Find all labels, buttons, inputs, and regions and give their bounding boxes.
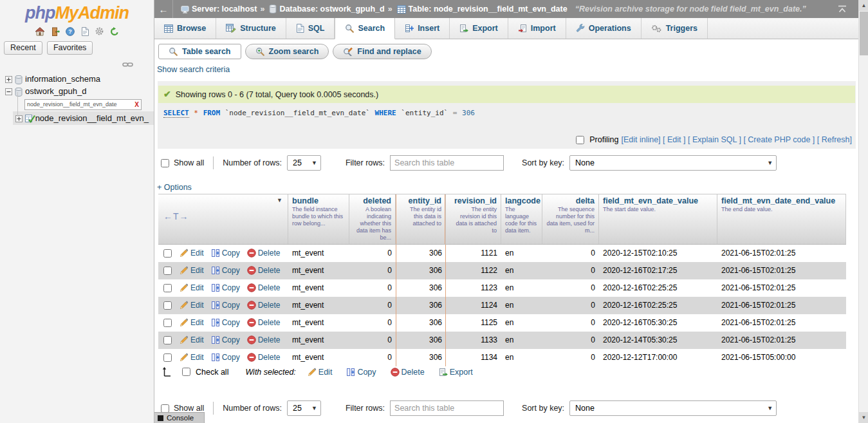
subtab-table-search[interactable]: Table search (158, 44, 241, 59)
column-header-bundle[interactable]: bundleThe field instance bundle to which… (288, 194, 349, 244)
filter-rows-input[interactable] (390, 155, 504, 171)
collapse-topmenu-icon[interactable] (838, 5, 847, 13)
edit-row-link[interactable]: Edit (180, 283, 204, 292)
delete-row-link[interactable]: Delete (247, 335, 281, 344)
row-checkbox[interactable] (163, 284, 172, 292)
favorites-button[interactable]: Favorites (47, 41, 93, 55)
check-all-label[interactable]: Check all (196, 368, 228, 377)
edit-row-link[interactable]: Edit (180, 301, 204, 310)
column-name[interactable]: field_mt_evn_date_end_value (721, 196, 842, 205)
copy-row-link[interactable]: Copy (211, 249, 240, 258)
vertical-scrollbar[interactable]: ▲ ▼ (858, 0, 868, 423)
row-checkbox[interactable] (163, 319, 172, 327)
delete-row-link[interactable]: Delete (247, 249, 281, 258)
number-of-rows-select[interactable]: 25▼ (287, 155, 321, 171)
options-link[interactable]: + Options (157, 183, 192, 192)
tree-item-ostwork-gpuh-d[interactable]: ostwork_gpuh_d (0, 85, 154, 97)
tab-import[interactable]: Import (508, 18, 566, 39)
row-checkbox[interactable] (163, 336, 172, 344)
profiling-checkbox[interactable] (576, 136, 584, 144)
sort-by-key-select[interactable]: None▼ (569, 155, 777, 171)
query-action-link[interactable]: [ Explain SQL ] (688, 135, 741, 144)
delete-row-link[interactable]: Delete (247, 353, 281, 362)
selected-table-label[interactable]: node_revision__field_mt_evn_ (35, 113, 149, 123)
tree-item-label[interactable]: ostwork_gpuh_d (25, 86, 86, 96)
column-header-field-mt-evn-date-end-value[interactable]: field_mt_evn_date_end_valueThe end date … (717, 194, 846, 244)
column-header-delta[interactable]: deltaThe sequence number for this data i… (542, 194, 599, 244)
tab-sql[interactable]: SQL (286, 18, 335, 39)
number-of-rows-select[interactable]: 25▼ (287, 400, 321, 416)
row-checkbox[interactable] (163, 353, 172, 362)
tree-item-information-schema[interactable]: information_schema (0, 73, 154, 85)
help-icon[interactable]: ? (66, 27, 75, 36)
collapse-icon[interactable] (5, 88, 12, 95)
delete-row-link[interactable]: Delete (247, 266, 281, 275)
scroll-up-icon[interactable]: ▲ (859, 0, 868, 11)
selected-copy-button[interactable]: Copy (346, 368, 376, 377)
column-name[interactable]: langcode (505, 196, 538, 205)
column-name[interactable]: revision_id (450, 196, 497, 205)
delete-row-link[interactable]: Delete (247, 318, 281, 327)
breadcrumb-database[interactable]: Database: ostwork_gpuh_d (279, 5, 384, 14)
selected-delete-button[interactable]: Delete (391, 368, 425, 377)
column-name[interactable]: bundle (292, 196, 345, 205)
home-icon[interactable] (35, 27, 45, 36)
recent-button[interactable]: Recent (4, 41, 42, 55)
edit-row-link[interactable]: Edit (180, 318, 204, 327)
settings-gear-icon[interactable] (95, 26, 104, 36)
subtab-find-and-replace[interactable]: Find and replace (333, 44, 431, 59)
row-checkbox[interactable] (163, 301, 172, 310)
expand-icon[interactable] (15, 115, 23, 122)
copy-row-link[interactable]: Copy (211, 266, 240, 275)
sort-dropdown-icon[interactable]: ▼ (277, 197, 282, 203)
edit-row-link[interactable]: Edit (180, 266, 204, 275)
logout-icon[interactable] (51, 27, 60, 36)
edit-row-link[interactable]: Edit (180, 335, 204, 344)
column-swap-control[interactable]: ←T→ (163, 211, 189, 221)
reload-navigation-icon[interactable] (110, 27, 119, 36)
show-all-checkbox[interactable] (161, 404, 169, 413)
query-action-link[interactable]: [Edit inline] (621, 135, 660, 144)
tab-triggers[interactable]: Triggers (642, 18, 708, 39)
subtab-zoom-search[interactable]: Zoom search (245, 44, 329, 59)
selected-edit-button[interactable]: Edit (308, 368, 333, 377)
query-action-link[interactable]: [ Create PHP code ] (743, 135, 815, 144)
row-checkbox[interactable] (163, 249, 172, 258)
tree-item-label[interactable]: information_schema (25, 74, 100, 84)
sort-by-key-select[interactable]: None▼ (569, 400, 777, 416)
column-name[interactable]: delta (546, 196, 595, 205)
delete-row-link[interactable]: Delete (247, 301, 281, 310)
sql-token[interactable]: SELECT (163, 109, 189, 118)
column-name[interactable]: deleted (353, 196, 391, 205)
column-header-revision-id[interactable]: revision_idThe entity revision id this d… (446, 194, 501, 244)
row-checkbox[interactable] (163, 267, 172, 275)
column-header-entity-id[interactable]: entity_idThe entity id this data is atta… (396, 194, 446, 244)
copy-row-link[interactable]: Copy (211, 318, 240, 327)
selected-export-button[interactable]: Export (439, 368, 473, 377)
edit-row-link[interactable]: Edit (180, 249, 204, 258)
clear-filter-icon[interactable]: X (134, 101, 139, 108)
breadcrumb-server[interactable]: Server: localhost (192, 5, 257, 14)
column-name[interactable]: field_mt_evn_date_value (603, 196, 713, 205)
tab-export[interactable]: Export (450, 18, 508, 39)
column-header-field-mt-evn-date-value[interactable]: field_mt_evn_date_valueThe start date va… (599, 194, 717, 244)
column-name[interactable]: entity_id (400, 196, 441, 205)
docs-icon[interactable] (81, 27, 89, 36)
column-header-deleted[interactable]: deletedA boolean indicating whether this… (349, 194, 396, 244)
delete-row-link[interactable]: Delete (247, 283, 281, 292)
tree-filter-input[interactable]: node_revision__field_mt_evn_date (27, 101, 134, 108)
console-toggle[interactable]: Console (154, 412, 205, 423)
query-action-link[interactable]: [ Edit ] (663, 135, 685, 144)
tree-item-selected-table[interactable]: node_revision__field_mt_evn_ (13, 111, 154, 125)
copy-row-link[interactable]: Copy (211, 301, 240, 310)
edit-row-link[interactable]: Edit (180, 353, 204, 362)
unlink-icon[interactable] (122, 61, 133, 68)
copy-row-link[interactable]: Copy (211, 283, 240, 292)
phpmyadmin-logo[interactable]: phpMyAdmin (0, 0, 154, 23)
tab-search[interactable]: Search (335, 18, 395, 39)
copy-row-link[interactable]: Copy (211, 335, 240, 344)
tab-browse[interactable]: Browse (154, 18, 216, 39)
tab-insert[interactable]: Insert (395, 18, 450, 39)
copy-row-link[interactable]: Copy (211, 353, 240, 362)
filter-rows-input[interactable] (390, 400, 504, 416)
